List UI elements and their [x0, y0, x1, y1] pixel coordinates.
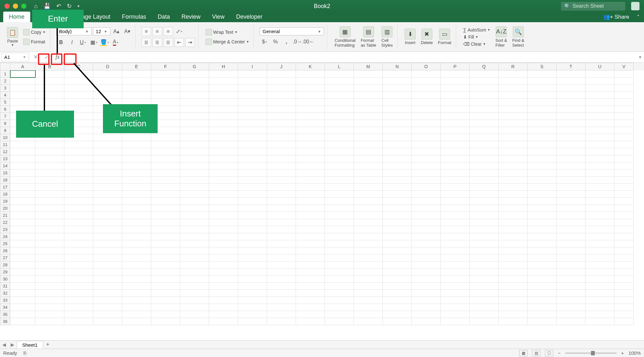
row-header-13[interactable]: 13	[0, 155, 10, 162]
cell-O10[interactable]	[412, 134, 441, 141]
cell-V23[interactable]	[614, 226, 634, 233]
cell-D14[interactable]	[93, 162, 122, 169]
cell-D35[interactable]	[93, 311, 122, 318]
cell-M18[interactable]	[354, 191, 383, 198]
cell-M5[interactable]	[354, 99, 383, 106]
zoom-level[interactable]: 100%	[629, 350, 641, 356]
col-header-E[interactable]: E	[122, 63, 151, 70]
cell-S10[interactable]	[528, 134, 557, 141]
cell-Q30[interactable]	[470, 276, 499, 283]
cell-K33[interactable]	[296, 297, 325, 304]
cell-Q5[interactable]	[470, 99, 499, 106]
cell-M22[interactable]	[354, 219, 383, 226]
col-header-R[interactable]: R	[499, 63, 528, 70]
cell-U4[interactable]	[585, 92, 614, 99]
cell-R28[interactable]	[499, 261, 528, 269]
cell-U30[interactable]	[585, 276, 614, 283]
cell-C26[interactable]	[64, 247, 93, 254]
increase-font-button[interactable]: A▴	[112, 27, 121, 36]
cell-O35[interactable]	[412, 311, 441, 318]
row-header-29[interactable]: 29	[0, 269, 10, 276]
cell-Q18[interactable]	[470, 191, 499, 198]
cell-S24[interactable]	[528, 233, 557, 240]
cell-S17[interactable]	[528, 184, 557, 191]
cell-I36[interactable]	[238, 318, 267, 325]
cell-S7[interactable]	[528, 113, 557, 120]
cell-L30[interactable]	[325, 276, 354, 283]
cell-K14[interactable]	[296, 162, 325, 169]
cell-M16[interactable]	[354, 177, 383, 184]
cell-P18[interactable]	[441, 191, 470, 198]
cell-O29[interactable]	[412, 269, 441, 276]
find-select-button[interactable]: 🔍Find & Select	[511, 26, 526, 48]
cell-N2[interactable]	[383, 78, 412, 85]
cell-J29[interactable]	[267, 269, 296, 276]
cell-B36[interactable]	[35, 318, 64, 325]
cell-S2[interactable]	[528, 78, 557, 85]
cell-G15[interactable]	[180, 169, 209, 177]
cell-A32[interactable]	[10, 290, 35, 297]
fill-color-button[interactable]: 🪣▾	[100, 38, 110, 47]
cell-P12[interactable]	[441, 148, 470, 155]
cell-I1[interactable]	[238, 70, 267, 78]
font-name-select[interactable]: Body)▼	[56, 27, 92, 35]
cell-Q9[interactable]	[470, 127, 499, 134]
cell-L4[interactable]	[325, 92, 354, 99]
cell-S27[interactable]	[528, 254, 557, 261]
cell-N10[interactable]	[383, 134, 412, 141]
sheet-nav-prev[interactable]: ◀	[0, 342, 8, 348]
row-header-11[interactable]: 11	[0, 141, 10, 148]
cell-H12[interactable]	[209, 148, 238, 155]
cell-N19[interactable]	[383, 198, 412, 205]
cell-D20[interactable]	[93, 205, 122, 212]
cell-H5[interactable]	[209, 99, 238, 106]
cell-S13[interactable]	[528, 155, 557, 162]
cell-R3[interactable]	[499, 85, 528, 92]
cell-H21[interactable]	[209, 212, 238, 219]
row-header-4[interactable]: 4	[0, 92, 10, 99]
format-as-table-button[interactable]: ▤Format as Table	[359, 26, 377, 48]
increase-indent-button[interactable]: ⇥	[185, 38, 195, 47]
cell-A14[interactable]	[10, 162, 35, 169]
cell-S16[interactable]	[528, 177, 557, 184]
cell-N7[interactable]	[383, 113, 412, 120]
cell-V7[interactable]	[614, 113, 634, 120]
cell-O16[interactable]	[412, 177, 441, 184]
cell-I10[interactable]	[238, 134, 267, 141]
cell-G34[interactable]	[180, 304, 209, 311]
cell-A30[interactable]	[10, 276, 35, 283]
row-header-5[interactable]: 5	[0, 99, 10, 106]
cell-V33[interactable]	[614, 297, 634, 304]
cell-M20[interactable]	[354, 205, 383, 212]
cell-J32[interactable]	[267, 290, 296, 297]
cell-F16[interactable]	[151, 177, 180, 184]
cell-K23[interactable]	[296, 226, 325, 233]
cell-P25[interactable]	[441, 240, 470, 247]
cell-H34[interactable]	[209, 304, 238, 311]
decrease-indent-button[interactable]: ⇤	[174, 38, 184, 47]
cell-R36[interactable]	[499, 318, 528, 325]
cell-E26[interactable]	[122, 247, 151, 254]
delete-cells-button[interactable]: ✖Delete	[419, 28, 434, 46]
cell-G28[interactable]	[180, 261, 209, 269]
cell-L16[interactable]	[325, 177, 354, 184]
account-icon[interactable]	[631, 2, 639, 10]
cell-Q26[interactable]	[470, 247, 499, 254]
cell-L10[interactable]	[325, 134, 354, 141]
cell-T20[interactable]	[557, 205, 585, 212]
cell-J13[interactable]	[267, 155, 296, 162]
cell-E35[interactable]	[122, 311, 151, 318]
cell-M35[interactable]	[354, 311, 383, 318]
cell-M19[interactable]	[354, 198, 383, 205]
cell-I6[interactable]	[238, 106, 267, 113]
cell-N12[interactable]	[383, 148, 412, 155]
cell-C23[interactable]	[64, 226, 93, 233]
cell-Q16[interactable]	[470, 177, 499, 184]
cell-I34[interactable]	[238, 304, 267, 311]
cell-M17[interactable]	[354, 184, 383, 191]
cell-L27[interactable]	[325, 254, 354, 261]
cell-B4[interactable]	[35, 92, 64, 99]
cell-L22[interactable]	[325, 219, 354, 226]
cell-D16[interactable]	[93, 177, 122, 184]
cell-M21[interactable]	[354, 212, 383, 219]
